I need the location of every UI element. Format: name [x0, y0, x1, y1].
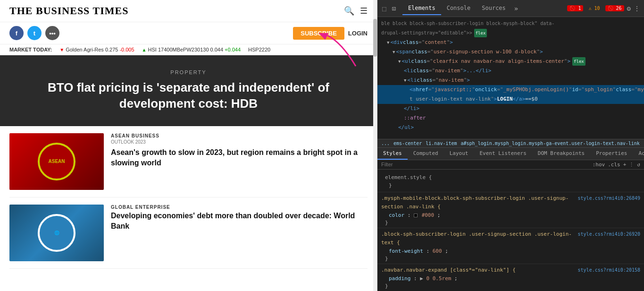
article-thumb-asean: ASEAN	[9, 133, 104, 190]
site-logo: The Business Times	[9, 5, 128, 17]
tree-line-div-content[interactable]: ▼ <div class="content" >	[377, 38, 644, 47]
tree-line-li2[interactable]: ▼ <li class="nav-item" >	[377, 76, 644, 85]
twitter-icon[interactable]: t	[27, 26, 42, 40]
tree-line-ul-close[interactable]: </ul>	[377, 123, 644, 132]
warn-badge: ⚠ 10	[586, 5, 602, 11]
error-badge-1: 🚫 1	[567, 5, 583, 11]
devtools-html-tree: ble block block-sph-subscriber-login blo…	[377, 17, 644, 139]
more-options-icon[interactable]: ⋮	[634, 5, 640, 12]
flex-badge-2: flex	[572, 57, 585, 66]
flex-badge: flex	[474, 29, 487, 37]
tab-event-listeners[interactable]: Event Listeners	[474, 148, 532, 160]
tree-line-li-close[interactable]: </li>	[377, 104, 644, 113]
market-label: MARKET TODAY:	[9, 47, 52, 52]
filter-bar: :hov .cls + ⋮ ↺	[377, 160, 644, 170]
breadcrumb-ellipsis[interactable]: ...	[381, 141, 390, 146]
more-styles-icon[interactable]: ⋮	[629, 162, 634, 168]
tab-dom-breakpoints[interactable]: DOM Breakpoints	[532, 148, 590, 160]
facebook-icon[interactable]: f	[9, 26, 24, 40]
tree-line-1[interactable]: ble block block-sph-subscriber-login blo…	[377, 19, 644, 28]
hero-category: PROPERTY	[28, 69, 349, 75]
tree-line-ul[interactable]: ▼ <ul class="clearfix nav navbar-nav ali…	[377, 57, 644, 66]
worldbank-logo: 🌐	[38, 214, 75, 252]
css-selector-1: .mysph-mobile-block.block-sph-subscriber…	[381, 195, 569, 210]
scroll-thumb[interactable]	[373, 19, 377, 57]
breadcrumb-li-nav-item[interactable]: li.nav-item	[426, 141, 457, 146]
css-rule-2-selector-line: style.css?rmi4i0:26920 .block-sph-subscr…	[381, 230, 640, 247]
add-rule-icon[interactable]: +	[623, 162, 627, 168]
settings-icon[interactable]: ⚙	[627, 5, 631, 12]
devtools-breadcrumb: ... ems-center li.nav-item a#sph_login.m…	[377, 139, 644, 148]
tab-sources[interactable]: Sources	[476, 2, 511, 15]
error-badge-2: 🚫 26	[605, 5, 624, 11]
refresh-styles-icon[interactable]: ↺	[637, 162, 640, 168]
devtools-right-icons: 🚫 1 ⚠ 10 🚫 26 ⚙ ⋮	[567, 5, 640, 12]
article-content-wb: GLOBAL ENTERPRISE Developing economies' …	[111, 205, 368, 232]
article-title[interactable]: Asean's growth to slow in 2023, but regi…	[111, 147, 368, 169]
css-rule-3-selector-line: style.css?rmi4i0:20158 .navbar.navbar-ex…	[381, 266, 640, 274]
devtools-tabs: Elements Console Sources »	[402, 2, 521, 15]
breadcrumb-ems-center[interactable]: ems-center	[393, 141, 422, 146]
css-selector-2: .block-sph-subscriber-login .user-signup…	[381, 231, 572, 246]
login-button[interactable]: LOGIN	[348, 30, 368, 37]
tree-line-2[interactable]: drupal-settingstray="editable">> flex	[377, 28, 644, 38]
color-swatch-black	[414, 214, 418, 217]
devtools-panel: ⬚ ⊡ Elements Console Sources » 🚫 1 ⚠ 10 …	[377, 0, 644, 291]
tree-line-pseudo-after[interactable]: ::after	[377, 113, 644, 123]
ticker-hs: HSP2220	[248, 47, 270, 52]
hero-title[interactable]: BTO flat pricing is 'separate and indepe…	[28, 80, 349, 112]
tree-line-a-selected[interactable]: <a href="javascript:;" onclick="_mySPHOb…	[377, 85, 644, 94]
cls-toggle[interactable]: .cls	[608, 162, 620, 168]
filter-input[interactable]	[381, 162, 593, 167]
tab-console[interactable]: Console	[441, 2, 477, 15]
css-rule-1-close: }	[381, 220, 640, 226]
css-rule-3: style.css?rmi4i0:20158 .navbar.navbar-ex…	[377, 264, 644, 291]
up-arrow-icon: ▲	[142, 47, 147, 52]
devtools-topbar: ⬚ ⊡ Elements Console Sources » 🚫 1 ⚠ 10 …	[377, 0, 644, 17]
tree-line-a-cont[interactable]: t user-login-text nav-link" > LOGIN </a>…	[377, 94, 644, 104]
article-category: ASEAN BUSINESS	[111, 133, 368, 138]
hov-toggle[interactable]: :hov	[593, 162, 605, 168]
device-toggle-icon[interactable]: ⊡	[391, 4, 396, 13]
tree-line-span[interactable]: ▼ <span class="user-signup-section w-100…	[377, 47, 644, 57]
tab-computed[interactable]: Computed	[408, 148, 444, 160]
search-icon[interactable]: 🔍	[344, 6, 354, 16]
more-icon[interactable]: •••	[45, 26, 59, 40]
css-rule-1: style.css?rmi4i0:26849 .mysph-mobile-blo…	[377, 192, 644, 228]
css-prop-padding: padding : ▶ 0 0.5rem ;	[381, 274, 640, 283]
article-item-worldbank: 🌐 GLOBAL ENTERPRISE Developing economies…	[9, 197, 368, 269]
css-rule-2: style.css?rmi4i0:26920 .block-sph-subscr…	[377, 228, 644, 264]
article-title-wb[interactable]: Developing economies' debt more than dou…	[111, 211, 368, 232]
article-thumb-worldbank: 🌐	[9, 205, 104, 261]
auth-buttons: SUBSCRIBE LOGIN	[293, 27, 368, 40]
tab-styles[interactable]: Styles	[377, 148, 408, 160]
tab-layout[interactable]: Layout	[444, 148, 474, 160]
css-rule-element-style: element.style { }	[377, 171, 644, 192]
asean-logo: ASEAN	[38, 143, 75, 180]
menu-icon[interactable]: ☰	[360, 6, 368, 16]
tab-more-icon[interactable]: »	[511, 3, 521, 14]
market-ticker: MARKET TODAY: ▼ Golden Agri-Res 0.275 -0…	[0, 44, 377, 55]
css-rules: element.style { } style.css?rmi4i0:26849…	[377, 170, 644, 291]
breadcrumb-a-sph-login[interactable]: a#sph_login.mysph_login.mysph-ga-event.u…	[461, 141, 640, 146]
ticker-golden-agri: ▼ Golden Agri-Res 0.275 -0.005	[59, 47, 134, 52]
css-source-1[interactable]: style.css?rmi4i0:26849	[578, 194, 640, 203]
tab-accessibility[interactable]: Accessibility	[633, 148, 644, 160]
tab-properties[interactable]: Properties	[590, 148, 633, 160]
article-item-asean: ASEAN ASEAN BUSINESS OUTLOOK 2023 Asean'…	[9, 126, 368, 197]
article-content: ASEAN BUSINESS OUTLOOK 2023 Asean's grow…	[111, 133, 368, 169]
css-source-2[interactable]: style.css?rmi4i0:26920	[578, 230, 640, 239]
panel-tabs: Styles Computed Layout Event Listeners D…	[377, 148, 644, 160]
devtools-inspect-icons: ⬚ ⊡	[381, 4, 397, 13]
css-source-3[interactable]: style.css?rmi4i0:20158	[578, 266, 640, 274]
article-category-wb: GLOBAL ENTERPRISE	[111, 205, 368, 210]
subscribe-button[interactable]: SUBSCRIBE	[293, 27, 344, 40]
ticker-hsi: ▲ HSI 17400MBePW230130 0.044 +0.044	[142, 47, 241, 52]
tab-elements[interactable]: Elements	[402, 2, 441, 15]
tree-line-li1[interactable]: <li class="nav-item" >...</li>	[377, 66, 644, 76]
scrollbar[interactable]	[373, 0, 377, 291]
inspect-element-icon[interactable]: ⬚	[381, 4, 387, 13]
header-icons: 🔍 ☰	[344, 6, 368, 16]
hero-article: PROPERTY BTO flat pricing is 'separate a…	[0, 55, 377, 126]
article-subcategory: OUTLOOK 2023	[111, 139, 368, 145]
